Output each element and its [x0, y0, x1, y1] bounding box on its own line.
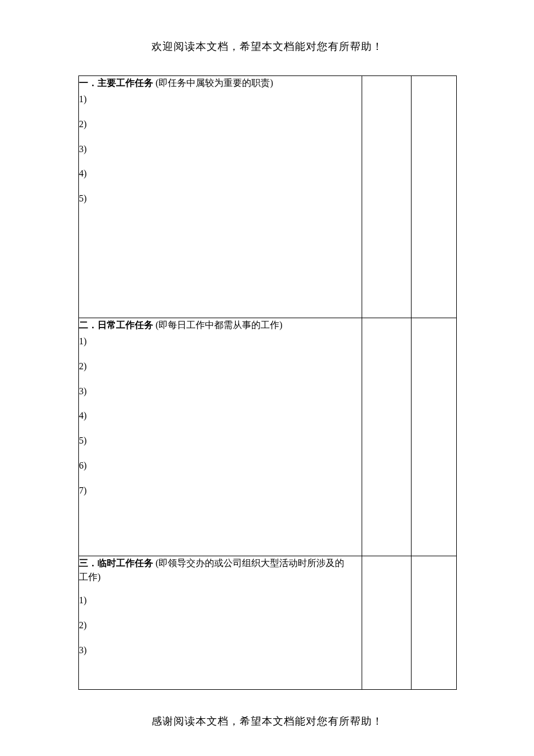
footer-text: 感谢阅读本文档，希望本文档能对您有所帮助！ [0, 714, 534, 728]
blank-cell [362, 318, 412, 556]
blank-cell [412, 556, 457, 690]
blank-cell [362, 556, 412, 690]
list-item: 2) [79, 118, 362, 131]
blank-cell [412, 76, 457, 318]
blank-cell [362, 76, 412, 318]
section-desc: (即每日工作中都需从事的工作) [156, 320, 283, 330]
header-text: 欢迎阅读本文档，希望本文档能对您有所帮助！ [0, 39, 534, 53]
list-item: 7) [79, 485, 362, 497]
list-item: 4) [79, 168, 362, 180]
list-item: 3) [79, 645, 362, 657]
section-title: 一．主要工作任务 [79, 78, 153, 88]
section-desc: (即任务中属较为重要的职责) [156, 78, 273, 88]
section-cell-daily: 二．日常工作任务 (即每日工作中都需从事的工作) 1) 2) 3) 4) 5) … [79, 318, 362, 556]
tasks-table: 一．主要工作任务 (即任务中属较为重要的职责) 1) 2) 3) 4) 5) 二… [78, 75, 457, 690]
section-cell-temp: 三．临时工作任务 (即领导交办的或公司组织大型活动时所涉及的 工作) 1) 2)… [79, 556, 362, 690]
list-item: 1) [79, 93, 362, 106]
list-item: 1) [79, 595, 362, 607]
list-item: 5) [79, 435, 362, 447]
list-item: 3) [79, 143, 362, 156]
section-cell-primary: 一．主要工作任务 (即任务中属较为重要的职责) 1) 2) 3) 4) 5) [79, 76, 362, 318]
section-header: 一．主要工作任务 (即任务中属较为重要的职责) [79, 76, 362, 90]
table-row: 三．临时工作任务 (即领导交办的或公司组织大型活动时所涉及的 工作) 1) 2)… [79, 556, 457, 690]
list-item: 2) [79, 620, 362, 632]
list-item: 2) [79, 361, 362, 373]
list-item: 6) [79, 460, 362, 472]
blank-cell [412, 318, 457, 556]
list-item: 3) [79, 386, 362, 398]
table-row: 一．主要工作任务 (即任务中属较为重要的职责) 1) 2) 3) 4) 5) [79, 76, 457, 318]
list-item: 4) [79, 410, 362, 422]
section-header: 三．临时工作任务 (即领导交办的或公司组织大型活动时所涉及的 工作) [79, 556, 362, 584]
section-desc: (即领导交办的或公司组织大型活动时所涉及的 [156, 558, 344, 568]
table-row: 二．日常工作任务 (即每日工作中都需从事的工作) 1) 2) 3) 4) 5) … [79, 318, 457, 556]
section-title: 二．日常工作任务 [79, 320, 153, 330]
section-desc-wrap: 工作) [79, 572, 100, 582]
list-item: 5) [79, 193, 362, 205]
section-header: 二．日常工作任务 (即每日工作中都需从事的工作) [79, 318, 362, 332]
list-item: 1) [79, 336, 362, 348]
section-title: 三．临时工作任务 [79, 558, 153, 568]
